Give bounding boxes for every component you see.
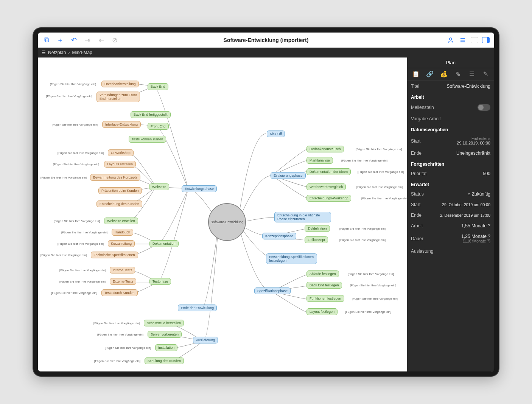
titel-value[interactable]: Software-Entwicklung — [447, 84, 490, 89]
node-auslieferung[interactable]: Auslieferung — [193, 337, 218, 343]
node-dokumentation[interactable]: Dokumentation — [149, 240, 179, 247]
node-kurzanleitung[interactable]: Kurzanleitung — [108, 240, 135, 247]
link-icon[interactable]: ⊘ — [110, 36, 119, 44]
node-praesi[interactable]: Präsention beim Kunden — [98, 187, 142, 194]
node-schulung[interactable]: Schulung des Kunden — [145, 357, 184, 364]
center-node[interactable]: Software-Entwicklung — [208, 203, 246, 241]
node-zieldef[interactable]: Zieldefinition — [305, 225, 330, 232]
node-verb-frontend[interactable]: Verbindungen zum Front End herstellen — [96, 92, 140, 102]
tab-link-icon[interactable]: 🔗 — [425, 70, 435, 78]
placeholder[interactable]: [Fügen Sie hier Ihre Vorgänge ein] — [95, 332, 146, 337]
node-intern[interactable]: Interne Tests — [110, 267, 135, 273]
placeholder[interactable]: [Fügen Sie hier Ihre Vorgänge ein] — [38, 252, 89, 258]
node-schnittstelle[interactable]: Schnittstelle herstellen — [144, 320, 184, 326]
node-markt[interactable]: Marktanalyse — [306, 157, 333, 164]
tab-list-icon[interactable]: ☰ — [467, 70, 477, 78]
node-eval[interactable]: Evaluierungsphase — [271, 172, 306, 179]
add-icon[interactable]: ＋ — [56, 36, 64, 44]
node-entscheidung-phase[interactable]: Entscheidung in die nächste Phase einzut… — [274, 212, 331, 222]
placeholder[interactable]: [Fügen Sie hier Ihre Vorgänge ein] — [57, 267, 108, 273]
menu-icon[interactable] — [459, 36, 467, 44]
node-entwicklung[interactable]: Entwicklungsphase — [182, 185, 217, 192]
meilenstein-toggle[interactable] — [478, 104, 490, 111]
prio-row[interactable]: Priorität 500 — [407, 168, 494, 179]
node-db[interactable]: Datenbankerstellung — [101, 81, 139, 87]
node-kunde-ent[interactable]: Entscheidung des Kunden — [96, 200, 142, 207]
tab-clipboard-icon[interactable]: 📋 — [411, 70, 421, 78]
node-interface[interactable]: Interface-Entwicklung — [102, 121, 141, 128]
placeholder[interactable]: [Fügen Sie hier Ihre Vorgänge ein] — [353, 146, 404, 152]
node-frontend[interactable]: Front End — [148, 123, 169, 130]
node-extern[interactable]: Externe Tests — [110, 278, 136, 285]
undo-icon[interactable]: ↶ — [70, 36, 78, 44]
node-ablaufe[interactable]: Abläufe festlegen — [306, 270, 339, 277]
node-webseite[interactable]: Webseite — [149, 183, 169, 190]
node-handbuch[interactable]: Handbuch — [112, 229, 133, 236]
node-entscheidung-spez[interactable]: Entscheidung Spezifikationen festzulegen — [266, 253, 317, 264]
indent-icon[interactable]: ⇥ — [83, 36, 92, 44]
placeholder[interactable]: [Fügen Sie hier Ihre Vorgänge ein] — [48, 290, 100, 296]
node-layouts[interactable]: Layouts erstellen — [104, 161, 136, 168]
node-tests-kunden[interactable]: Tests durch Kunden — [101, 289, 138, 296]
node-doku-ideen[interactable]: Dokumentation der Ideen — [306, 168, 351, 175]
placeholder[interactable]: [Fügen Sie hier Ihre Vorgänge ein] — [347, 283, 399, 288]
user-icon[interactable] — [446, 36, 455, 44]
panel-right-icon[interactable] — [482, 37, 490, 43]
node-layout-fest[interactable]: Layout festlegen — [306, 308, 338, 315]
placeholder[interactable]: [Fügen Sie hier Ihre Vorgänge ein] — [55, 241, 106, 247]
placeholder[interactable]: [Fügen Sie hier Ihre Vorgänge ein] — [349, 296, 401, 301]
placeholder[interactable]: [Fügen Sie hier Ihre Vorgänge ein] — [49, 122, 101, 127]
node-ende-entw[interactable]: Ende der Entwicklung — [178, 305, 217, 311]
node-ci[interactable]: CI Workshop — [108, 149, 134, 156]
ende-row[interactable]: Ende Uneingeschränkt — [407, 148, 494, 158]
node-kickoff[interactable]: Kick-Off — [267, 131, 285, 137]
placeholder[interactable]: [Fügen Sie hier Ihre Vorgänge ein] — [339, 158, 390, 163]
node-backend[interactable]: Back End — [148, 83, 168, 90]
node-bewahrung[interactable]: Bewahrheitung des Konzepts — [90, 174, 140, 181]
node-funktionen[interactable]: Funktionen festlegen — [306, 295, 344, 302]
placeholder[interactable]: [Fügen Sie hier Ihre Vorgänge ein] — [55, 150, 106, 156]
node-workshop[interactable]: Entscheidungs-Workshop — [306, 195, 351, 202]
placeholder[interactable]: [Fügen Sie hier Ihre Vorgänge ein] — [50, 162, 102, 167]
node-wettbewerb[interactable]: Wettbewerbsvergleich — [306, 183, 346, 190]
placeholder[interactable]: [Fügen Sie hier Ihre Vorgänge ein] — [359, 196, 407, 201]
node-gedanken[interactable]: Gedankenaustausch — [306, 146, 344, 152]
node-spezifikation[interactable]: Spezifikationsphase — [254, 287, 291, 294]
tab-edit-icon[interactable]: ✎ — [481, 70, 491, 78]
node-backend-fertig[interactable]: Back End fertiggestellt — [131, 111, 171, 118]
placeholder[interactable]: [Fügen Sie hier Ihre Vorgänge ein] — [51, 218, 103, 224]
node-server[interactable]: Server vorbereiten — [148, 331, 182, 338]
placeholder[interactable]: [Fügen Sie hier Ihre Vorgänge ein] — [342, 309, 394, 315]
placeholder[interactable]: [Fügen Sie hier Ihre Vorgänge ein] — [337, 237, 388, 243]
vorgabe-arbeit-label: Vorgabe Arbeit — [411, 116, 441, 121]
node-techspez[interactable]: Technische Spezifikationen — [91, 252, 138, 258]
placeholder[interactable]: [Fügen Sie hier Ihre Vorgänge ein] — [47, 81, 99, 87]
breadcrumb-item[interactable]: Netzplan — [48, 50, 66, 55]
node-tests-start[interactable]: Tests können starten — [129, 136, 166, 143]
node-testphase[interactable]: Testphase — [149, 278, 171, 285]
outdent-icon[interactable]: ⇤ — [97, 36, 105, 44]
panel-left-icon[interactable] — [471, 37, 478, 43]
node-installation[interactable]: Installation — [155, 344, 177, 351]
placeholder[interactable]: [Fügen Sie hier Ihre Vorgänge ein] — [44, 93, 95, 99]
tab-money-icon[interactable]: 💰 — [439, 70, 449, 78]
placeholder[interactable]: [Fügen Sie hier Ihre Vorgänge ein] — [102, 345, 154, 351]
node-backend-fest[interactable]: Back End festlegen — [306, 282, 342, 289]
placeholder[interactable]: [Fügen Sie hier Ihre Vorgänge ein] — [59, 230, 110, 235]
placeholder[interactable]: [Fügen Sie hier Ihre Vorgänge ein] — [354, 184, 405, 190]
placeholder[interactable]: [Fügen Sie hier Ihre Vorgänge ein] — [91, 320, 142, 326]
node-zielkonzept[interactable]: Zielkonzept — [305, 236, 328, 243]
tab-percent-icon[interactable]: ％ — [453, 70, 463, 78]
node-konzeption[interactable]: Konzeptionsphase — [262, 233, 296, 239]
placeholder[interactable]: [Fügen Sie hier Ihre Vorgänge ein] — [92, 358, 143, 364]
placeholder[interactable]: [Fügen Sie hier Ihre Vorgänge ein] — [355, 169, 406, 175]
start-row[interactable]: Start Frühestens 29.10.2019, 00:00 — [407, 134, 494, 148]
breadcrumb-item[interactable]: Mind-Map — [72, 50, 92, 55]
placeholder[interactable]: [Fügen Sie hier Ihre Vorgänge ein] — [57, 279, 108, 284]
mindmap-canvas[interactable]: Software-Entwicklung Kick-Off Evaluierun… — [38, 57, 407, 371]
node-webseite-erst[interactable]: Webseite erstellen — [104, 218, 138, 224]
placeholder[interactable]: [Fügen Sie hier Ihre Vorgänge ein] — [345, 271, 397, 277]
placeholder[interactable]: [Fügen Sie hier Ihre Vorgänge ein] — [38, 175, 89, 180]
documents-icon[interactable]: ⧉ — [42, 36, 51, 44]
placeholder[interactable]: [Fügen Sie hier Ihre Vorgänge ein] — [337, 226, 388, 232]
